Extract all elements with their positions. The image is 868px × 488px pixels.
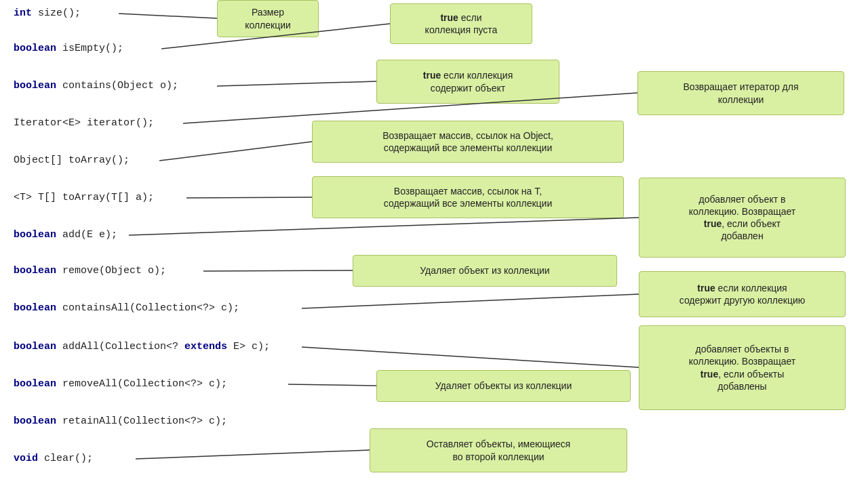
tooltip-isEmpty: true есликоллекция пуста bbox=[390, 3, 532, 44]
code-line-removeAll: boolean removeAll(Collection<?> c); bbox=[14, 376, 227, 392]
tooltip-isEmpty-text: true есликоллекция пуста bbox=[425, 12, 498, 36]
tooltip-retainAll: Оставляет объекты, имеющиесяво второй ко… bbox=[370, 428, 627, 472]
code-line-toArray2: <T> T[] toArray(T[] a); bbox=[14, 190, 154, 205]
tooltip-toArray2-text: Возвращает массив, ссылок на Т,содержащи… bbox=[384, 185, 553, 209]
tooltip-toArray2: Возвращает массив, ссылок на Т,содержащи… bbox=[312, 176, 624, 218]
tooltip-containsAll: true если коллекциясодержит другую колле… bbox=[639, 271, 846, 317]
code-line-remove: boolean remove(Object o); bbox=[14, 263, 166, 279]
code-line-size: int size(); bbox=[14, 5, 81, 21]
tooltip-add: добавляет объект вколлекцию. Возвращаетt… bbox=[639, 178, 846, 258]
tooltip-addAll: добавляет объекты вколлекцию. Возвращает… bbox=[639, 325, 846, 410]
tooltip-size-text: Размерколлекции bbox=[245, 6, 291, 30]
tooltip-size: Размерколлекции bbox=[217, 0, 319, 37]
tooltip-toArray1-text: Возвращает массив, ссылок на Object,соде… bbox=[382, 129, 553, 154]
code-line-toArray1: Object[] toArray(); bbox=[14, 152, 130, 168]
tooltip-iterator-text: Возвращает итератор дляколлекции bbox=[683, 81, 798, 105]
tooltip-containsAll-text: true если коллекциясодержит другую колле… bbox=[679, 282, 806, 306]
code-line-add: boolean add(E e); bbox=[14, 227, 117, 243]
code-line-contains: boolean contains(Object o); bbox=[14, 78, 178, 94]
tooltip-add-text: добавляет объект вколлекцию. Возвращаетt… bbox=[689, 193, 796, 243]
tooltip-toArray1: Возвращает массив, ссылок на Object,соде… bbox=[312, 121, 624, 163]
tooltip-contains: true если коллекциясодержит объект bbox=[376, 60, 559, 104]
tooltip-removeAll: Удаляет объекты из коллекции bbox=[376, 370, 631, 402]
code-line-retainAll: boolean retainAll(Collection<?> c); bbox=[14, 413, 227, 429]
code-line-containsAll: boolean containsAll(Collection<?> c); bbox=[14, 300, 239, 316]
code-line-iterator: Iterator<E> iterator(); bbox=[14, 115, 154, 131]
code-line-addAll: boolean addAll(Collection<? extends E> c… bbox=[14, 339, 270, 354]
tooltip-remove-text: Удаляет объект из коллекции bbox=[420, 264, 549, 277]
code-line-clear: void clear(); bbox=[14, 451, 93, 466]
tooltip-iterator: Возвращает итератор дляколлекции bbox=[637, 71, 844, 115]
tooltip-addAll-text: добавляет объекты вколлекцию. Возвращает… bbox=[689, 343, 796, 392]
tooltip-removeAll-text: Удаляет объекты из коллекции bbox=[435, 380, 572, 392]
code-line-isEmpty: boolean isEmpty(); bbox=[14, 41, 123, 56]
code-area: int size(); boolean isEmpty(); boolean c… bbox=[0, 0, 380, 488]
tooltip-retainAll-text: Оставляет объекты, имеющиесяво второй ко… bbox=[427, 438, 570, 462]
tooltip-contains-text: true если коллекциясодержит объект bbox=[423, 69, 513, 94]
tooltip-remove: Удаляет объект из коллекции bbox=[353, 255, 617, 287]
